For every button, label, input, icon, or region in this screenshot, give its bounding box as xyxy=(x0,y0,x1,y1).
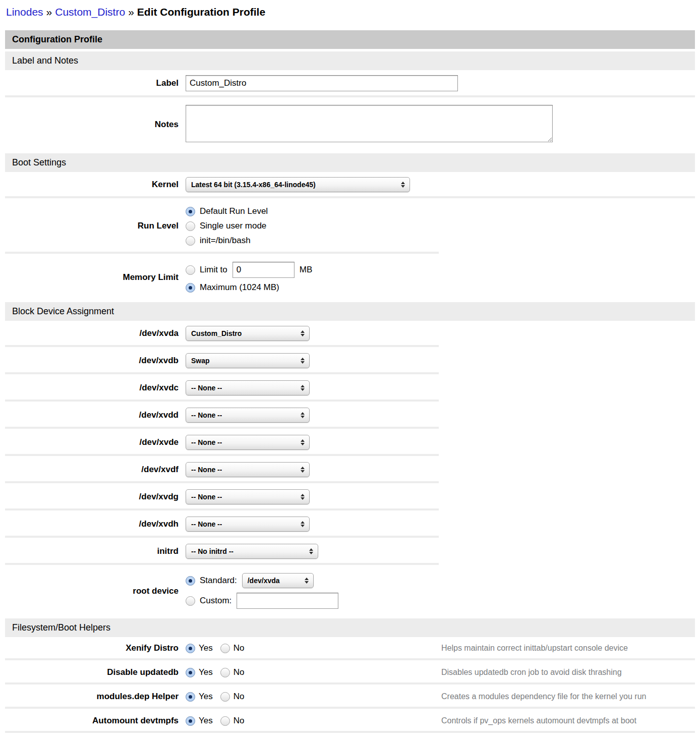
modules-dep-help-text: Creates a modules dependency file for th… xyxy=(441,692,695,701)
label-row: Label xyxy=(5,70,695,96)
device-xvdh-label: /dev/xvdh xyxy=(5,519,186,529)
memory-limit-label: Memory Limit xyxy=(5,272,186,282)
device-xvdg-select[interactable]: -- None -- xyxy=(186,489,310,504)
run-level-single-user-label: Single user mode xyxy=(200,221,266,231)
root-device-custom-label: Custom: xyxy=(200,596,231,606)
kernel-select[interactable]: Latest 64 bit (3.15.4-x86_64-linode45) xyxy=(186,177,410,192)
select-stepper-icon xyxy=(301,412,305,418)
memory-maximum-radio[interactable] xyxy=(186,283,195,293)
label-input[interactable] xyxy=(186,75,458,91)
select-stepper-icon xyxy=(309,548,313,554)
modules-dep-no-radio[interactable] xyxy=(220,692,230,702)
page: Linodes»Custom_Distro»Edit Configuration… xyxy=(0,0,700,742)
memory-limit-input[interactable] xyxy=(232,262,295,278)
breadcrumb-separator: » xyxy=(128,6,134,18)
breadcrumb-current-page: Edit Configuration Profile xyxy=(137,6,265,18)
run-level-label: Run Level xyxy=(5,221,186,231)
run-level-init-bash-label: init=/bin/bash xyxy=(200,236,251,246)
memory-maximum-label: Maximum (1024 MB) xyxy=(200,282,279,293)
select-stepper-icon xyxy=(401,182,405,188)
run-level-init-bash-radio[interactable] xyxy=(186,236,195,246)
run-level-default-label: Default Run Level xyxy=(200,206,268,216)
root-device-standard-select[interactable]: /dev/xvda xyxy=(242,573,314,588)
notes-field-label: Notes xyxy=(5,120,186,130)
xenify-distro-yes-radio[interactable] xyxy=(186,644,195,653)
select-stepper-icon xyxy=(301,385,305,391)
configuration-profile-panel: Configuration Profile Label and Notes La… xyxy=(5,30,695,742)
initrd-label: initrd xyxy=(5,546,186,556)
disable-updatedb-no-radio[interactable] xyxy=(220,668,230,677)
disable-updatedb-label: Disable updatedb xyxy=(5,667,186,677)
initrd-select[interactable]: -- No initrd -- xyxy=(186,544,318,559)
device-xvda-select[interactable]: Custom_Distro xyxy=(186,326,310,341)
breadcrumb-link-linode[interactable]: Custom_Distro xyxy=(55,6,125,18)
device-xvdb-label: /dev/xvdb xyxy=(5,356,186,366)
device-xvdc-label: /dev/xvdc xyxy=(5,383,186,393)
automount-devtmpfs-yes-radio[interactable] xyxy=(186,716,195,726)
select-stepper-icon xyxy=(301,439,305,445)
device-xvdf-select-value: -- None -- xyxy=(191,466,222,474)
disable-updatedb-row: Disable updatedb Yes No Disables updated… xyxy=(5,661,695,683)
run-level-default-radio[interactable] xyxy=(186,207,195,216)
device-xvdc-select[interactable]: -- None -- xyxy=(186,380,310,395)
root-device-row: root device Standard: /dev/xvda Custom: xyxy=(5,566,695,616)
root-device-standard-radio[interactable] xyxy=(186,576,195,586)
automount-devtmpfs-no-radio[interactable] xyxy=(220,716,230,726)
device-row-xvda: /dev/xvda Custom_Distro xyxy=(5,321,695,346)
no-label: No xyxy=(234,643,245,653)
device-xvdc-select-value: -- None -- xyxy=(191,384,222,392)
yes-label: Yes xyxy=(199,643,213,653)
device-xvdb-select[interactable]: Swap xyxy=(186,353,310,368)
device-xvde-label: /dev/xvde xyxy=(5,437,186,447)
device-xvdf-select[interactable]: -- None -- xyxy=(186,462,310,477)
device-xvde-select[interactable]: -- None -- xyxy=(186,435,310,450)
xenify-distro-help-text: Helps maintain correct inittab/upstart c… xyxy=(441,644,695,653)
device-xvde-select-value: -- None -- xyxy=(191,438,222,446)
device-xvdd-select[interactable]: -- None -- xyxy=(186,408,310,423)
device-row-xvde: /dev/xvde -- None -- xyxy=(5,430,695,455)
breadcrumb: Linodes»Custom_Distro»Edit Configuration… xyxy=(6,6,695,18)
run-level-row: Run Level Default Run Level Single user … xyxy=(5,199,695,253)
automount-devtmpfs-help-text: Controls if pv_ops kernels automount dev… xyxy=(441,716,695,725)
initrd-row: initrd -- No initrd -- xyxy=(5,539,695,564)
memory-limit-to-label: Limit to xyxy=(200,265,227,275)
device-xvda-label: /dev/xvda xyxy=(5,328,186,338)
root-device-label: root device xyxy=(5,586,186,596)
memory-limit-to-radio[interactable] xyxy=(186,265,195,275)
root-device-custom-input[interactable] xyxy=(237,593,338,609)
device-row-xvdc: /dev/xvdc -- None -- xyxy=(5,375,695,401)
device-xvdd-label: /dev/xvdd xyxy=(5,410,186,420)
no-label: No xyxy=(234,667,245,677)
xenify-distro-row: Xenify Distro Yes No Helps maintain corr… xyxy=(5,637,695,659)
section-header-label-and-notes: Label and Notes xyxy=(5,51,695,70)
label-field-label: Label xyxy=(5,78,186,88)
yes-label: Yes xyxy=(199,692,213,702)
run-level-single-user-radio[interactable] xyxy=(186,221,195,231)
kernel-label: Kernel xyxy=(5,180,186,190)
automount-devtmpfs-label: Automount devtmpfs xyxy=(5,716,186,726)
select-stepper-icon xyxy=(301,358,305,364)
notes-textarea[interactable] xyxy=(186,105,553,142)
device-row-xvdg: /dev/xvdg -- None -- xyxy=(5,484,695,509)
initrd-select-value: -- No initrd -- xyxy=(191,547,234,555)
device-xvdf-label: /dev/xvdf xyxy=(5,465,186,475)
modules-dep-yes-radio[interactable] xyxy=(186,692,195,702)
disable-updatedb-yes-radio[interactable] xyxy=(186,668,195,677)
root-device-standard-select-value: /dev/xvda xyxy=(248,577,280,585)
memory-limit-unit-label: MB xyxy=(300,265,313,275)
kernel-row: Kernel Latest 64 bit (3.15.4-x86_64-lino… xyxy=(5,172,695,197)
panel-title: Configuration Profile xyxy=(5,30,695,49)
device-xvdh-select[interactable]: -- None -- xyxy=(186,517,310,532)
no-label: No xyxy=(234,716,245,726)
modules-dep-helper-label: modules.dep Helper xyxy=(5,692,186,702)
device-xvda-select-value: Custom_Distro xyxy=(191,329,242,337)
memory-limit-row: Memory Limit Limit to MB Maximum (1024 M… xyxy=(5,255,695,300)
select-stepper-icon xyxy=(305,578,309,584)
modules-dep-helper-row: modules.dep Helper Yes No Creates a modu… xyxy=(5,686,695,708)
breadcrumb-link-linodes[interactable]: Linodes xyxy=(6,6,43,18)
device-row-xvdb: /dev/xvdb Swap xyxy=(5,348,695,373)
select-stepper-icon xyxy=(301,467,305,473)
xenify-distro-no-radio[interactable] xyxy=(220,644,230,653)
disable-updatedb-help-text: Disables updatedb cron job to avoid disk… xyxy=(441,668,695,677)
root-device-custom-radio[interactable] xyxy=(186,596,195,606)
